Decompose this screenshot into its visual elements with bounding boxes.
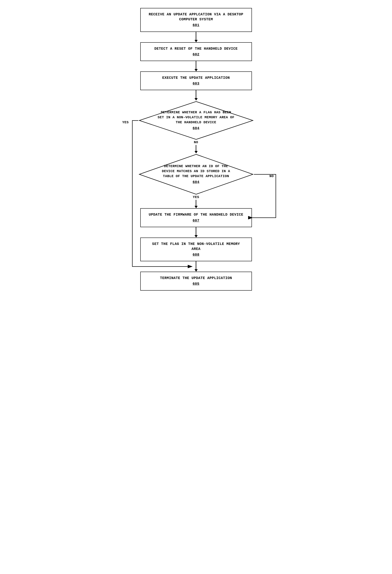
- node-602: DETECT A RESET OF THE HANDHELD DEVICE 60…: [140, 42, 252, 61]
- arrow-608-605: [192, 261, 200, 272]
- arrow-605id-607: [192, 200, 200, 208]
- arrow-607-608: [192, 227, 200, 238]
- node-608: SET THE FLAG IN THE NON-VOLATILE MEMORYA…: [140, 238, 252, 262]
- node-607-text: UPDATE THE FIRMWARE OF THE HANDHELD DEVI…: [149, 213, 243, 217]
- node-601-ref: 601: [147, 23, 246, 28]
- node-602-text: DETECT A RESET OF THE HANDHELD DEVICE: [154, 47, 237, 51]
- diamond-604a: DETERMINE WHETHER A FLAG HAS BEEN SET IN…: [138, 101, 254, 140]
- node-605: TERMINATE THE UPDATE APPLICATION 605: [140, 272, 252, 290]
- no-label-604a: NO: [194, 140, 198, 144]
- node-601-line1: RECEIVE AN UPDATE APPLCATION VIA A DESKT…: [149, 12, 243, 21]
- node-603: EXECUTE THE UPDATE APPLICATION 603: [140, 71, 252, 90]
- node-608-ref: 608: [147, 252, 246, 257]
- no-label-605id: NO: [269, 174, 274, 178]
- node-602-ref: 602: [147, 52, 246, 57]
- yes-label-605id: YES: [193, 195, 199, 199]
- node-608-text: SET THE FLAG IN THE NON-VOLATILE MEMORYA…: [152, 242, 240, 251]
- arrow-602-603: [192, 61, 200, 71]
- node-605-ref: 605: [147, 281, 246, 287]
- diamond-605id-text: DETERMINE WHETHER AN ID OF THE DEVICE MA…: [146, 157, 246, 192]
- node-607-ref: 607: [147, 218, 246, 223]
- node-605-text: TERMINATE THE UPDATE APPLICATION: [160, 276, 232, 280]
- diamond-605id-ref: 604: [162, 180, 230, 185]
- yes-label-604a: YES: [122, 121, 129, 124]
- diamond-605id: DETERMINE WHETHER AN ID OF THE DEVICE MA…: [138, 153, 254, 195]
- node-603-text: EXECUTE THE UPDATE APPLICATION: [162, 76, 230, 80]
- arrow-604a-605id: [192, 145, 200, 153]
- arrow-601-602: [192, 32, 200, 42]
- arrow-603-604a: [192, 90, 200, 101]
- diamond-604a-ref: 604: [158, 126, 234, 131]
- flowchart: RECEIVE AN UPDATE APPLCATION VIA A DESKT…: [106, 8, 286, 291]
- node-603-ref: 603: [147, 81, 246, 86]
- node-601: RECEIVE AN UPDATE APPLCATION VIA A DESKT…: [140, 8, 252, 32]
- diamond-604a-text: DETERMINE WHETHER A FLAG HAS BEEN SET IN…: [142, 104, 250, 137]
- node-607: UPDATE THE FIRMWARE OF THE HANDHELD DEVI…: [140, 208, 252, 227]
